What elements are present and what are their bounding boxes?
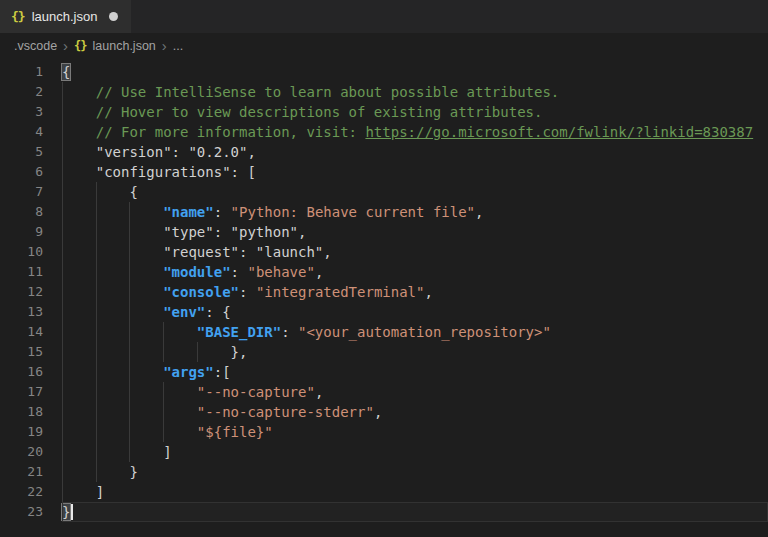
line-number[interactable]: 22 (0, 482, 43, 502)
code-line[interactable]: 3 // Hover to view descriptions of exist… (0, 102, 768, 122)
line-number[interactable]: 10 (0, 242, 43, 262)
code-line-content: "console": "integratedTerminal", (62, 282, 768, 302)
code-line[interactable]: 18 "--no-capture-stderr", (0, 402, 768, 422)
line-number[interactable]: 13 (0, 302, 43, 322)
code-line[interactable]: 22 ] (0, 482, 768, 502)
line-number[interactable]: 15 (0, 342, 43, 362)
code-line[interactable]: 6 "configurations": [ (0, 162, 768, 182)
code-line[interactable]: 1{ (0, 62, 768, 82)
line-number[interactable]: 5 (0, 142, 43, 162)
line-number[interactable]: 18 (0, 402, 43, 422)
breadcrumb-symbol-path[interactable]: ... (173, 39, 183, 53)
line-number[interactable]: 4 (0, 122, 43, 142)
tab-bar: {} launch.json (0, 0, 768, 33)
line-number[interactable]: 7 (0, 182, 43, 202)
code-line-content: // For more information, visit: https://… (62, 122, 768, 142)
indent-guide (96, 342, 97, 362)
code-line-content: // Hover to view descriptions of existin… (62, 102, 768, 122)
indent-guide (129, 322, 130, 342)
code-line[interactable]: 8 "name": "Python: Behave current file", (0, 202, 768, 222)
code-line-content: "type": "python", (62, 222, 768, 242)
code-line-content: "version": "0.2.0", (62, 142, 768, 162)
code-line[interactable]: 11 "module": "behave", (0, 262, 768, 282)
code-line[interactable]: 10 "request": "launch", (0, 242, 768, 262)
line-number[interactable]: 2 (0, 82, 43, 102)
code-line[interactable]: 7 { (0, 182, 768, 202)
indent-guide (129, 222, 130, 242)
indent-guide (62, 342, 63, 362)
code-token: ] (96, 484, 104, 500)
indent-guide (96, 422, 97, 442)
json-file-icon: {} (11, 9, 25, 24)
vscode-editor-window: {} launch.json .vscode › {} launch.json … (0, 0, 768, 537)
line-number[interactable]: 14 (0, 322, 43, 342)
line-number[interactable]: 16 (0, 362, 43, 382)
indent-guide (163, 342, 164, 362)
indent-guide (62, 162, 63, 182)
indent-guide (62, 462, 63, 482)
line-number[interactable]: 8 (0, 202, 43, 222)
code-token: "type": "python", (163, 224, 306, 240)
code-line-content: // Use IntelliSense to learn about possi… (62, 82, 768, 102)
line-number[interactable]: 1 (0, 62, 43, 82)
code-line[interactable]: 19 "${file}" (0, 422, 768, 442)
indent-guide (129, 242, 130, 262)
code-line[interactable]: 12 "console": "integratedTerminal", (0, 282, 768, 302)
code-token: "name" (163, 204, 214, 220)
code-line[interactable]: 9 "type": "python", (0, 222, 768, 242)
line-number[interactable]: 20 (0, 442, 43, 462)
code-line[interactable]: 15 }, (0, 342, 768, 362)
code-line[interactable]: 20 ] (0, 442, 768, 462)
indent-guide (62, 222, 63, 242)
bracket-match-highlight: { (62, 64, 70, 80)
tab-launch-json[interactable]: {} launch.json (0, 0, 131, 33)
code-line[interactable]: 2 // Use IntelliSense to learn about pos… (0, 82, 768, 102)
code-token: "request": "launch", (163, 244, 332, 260)
code-line[interactable]: 17 "--no-capture", (0, 382, 768, 402)
code-lines: 1{2 // Use IntelliSense to learn about p… (0, 62, 768, 522)
code-token: "behave" (247, 264, 314, 280)
indent-guide (62, 482, 63, 502)
code-token: : { (205, 304, 230, 320)
line-number[interactable]: 9 (0, 222, 43, 242)
indent-guide (62, 422, 63, 442)
indent-guide (96, 302, 97, 322)
modified-dot-icon (109, 12, 118, 21)
code-line[interactable]: 4 // For more information, visit: https:… (0, 122, 768, 142)
line-number[interactable]: 17 (0, 382, 43, 402)
indent-guide (129, 262, 130, 282)
json-file-icon: {} (74, 39, 86, 53)
code-token: "args" (163, 364, 214, 380)
line-number[interactable]: 3 (0, 102, 43, 122)
code-line[interactable]: 14 "BASE_DIR": "<your_automation_reposit… (0, 322, 768, 342)
line-number[interactable]: 11 (0, 262, 43, 282)
line-number[interactable]: 12 (0, 282, 43, 302)
chevron-right-icon: › (63, 38, 68, 55)
chevron-right-icon: › (162, 38, 167, 55)
code-line-content: } (62, 462, 768, 482)
code-editor[interactable]: 1{2 // Use IntelliSense to learn about p… (0, 59, 768, 522)
code-line-content: { (62, 62, 768, 82)
code-token: "<your_automation_repository>" (298, 324, 551, 340)
indent-guide (96, 222, 97, 242)
line-number[interactable]: 19 (0, 422, 43, 442)
indent-guide (62, 382, 63, 402)
code-token: : (214, 204, 231, 220)
line-number[interactable]: 23 (0, 502, 43, 522)
code-token: : (239, 284, 256, 300)
line-number[interactable]: 21 (0, 462, 43, 482)
code-line[interactable]: 21 } (0, 462, 768, 482)
breadcrumb-folder[interactable]: .vscode (14, 39, 57, 53)
code-line[interactable]: 16 "args":[ (0, 362, 768, 382)
breadcrumb-file[interactable]: launch.json (93, 39, 156, 53)
code-line[interactable]: 13 "env": { (0, 302, 768, 322)
code-line[interactable]: 23} (0, 502, 768, 522)
code-token: // For more information, visit: (96, 124, 366, 140)
code-line-content: "configurations": [ (62, 162, 768, 182)
indent-guide (129, 402, 130, 422)
indent-guide (129, 442, 130, 462)
code-line[interactable]: 5 "version": "0.2.0", (0, 142, 768, 162)
line-number[interactable]: 6 (0, 162, 43, 182)
code-token: , (315, 384, 323, 400)
indent-guide (163, 402, 164, 422)
